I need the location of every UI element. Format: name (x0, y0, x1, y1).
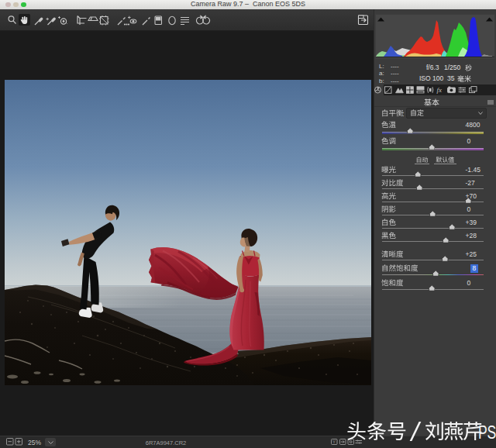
svg-text:Y: Y (332, 439, 336, 444)
svg-text:fx: fx (437, 86, 443, 94)
